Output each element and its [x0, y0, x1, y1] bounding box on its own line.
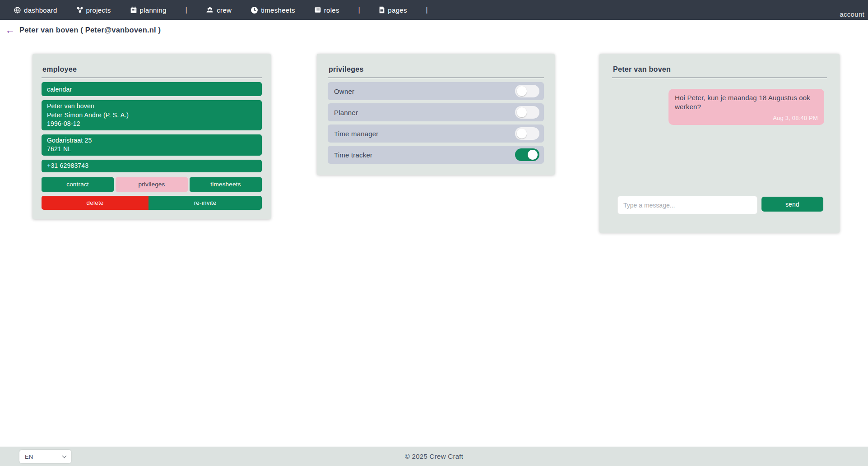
privilege-label: Time manager — [334, 130, 379, 138]
users-icon — [206, 6, 214, 14]
nav-projects[interactable]: projects — [76, 6, 111, 14]
list-icon — [314, 6, 321, 14]
nav-label: timesheets — [261, 6, 295, 14]
back-arrow-icon[interactable]: ← — [5, 25, 15, 35]
page-header: ← Peter van boven ( Peter@vanboven.nl ) — [5, 25, 161, 35]
reinvite-button[interactable]: re-invite — [149, 196, 262, 210]
employee-action-row: delete re-invite — [42, 196, 262, 210]
privilege-label: Owner — [334, 88, 354, 95]
page-footer: EN © 2025 Crew Craft — [0, 447, 868, 466]
nav-label: planning — [140, 6, 167, 14]
nav-pages[interactable]: pages — [379, 6, 407, 14]
nav-label: roles — [324, 6, 339, 14]
privilege-label: Time tracker — [334, 151, 372, 159]
nav-separator: | — [426, 6, 428, 14]
message-input[interactable] — [617, 196, 757, 214]
delete-button[interactable]: delete — [42, 196, 149, 210]
person-name: Peter van boven — [47, 102, 256, 111]
language-select[interactable]: EN — [19, 450, 71, 463]
chat-card: Peter van boven Hoi Peter, kun je maanda… — [599, 54, 840, 233]
address-postal: 7621 NL — [47, 145, 256, 154]
nav-roles[interactable]: roles — [314, 6, 339, 14]
toggle-knob — [517, 107, 527, 117]
privileges-card: privileges Owner Planner Time manager Ti… — [317, 54, 555, 175]
nav-dashboard[interactable]: dashboard — [14, 6, 57, 14]
nav-crew[interactable]: crew — [206, 6, 232, 14]
phone-info-box: +31 62983743 — [42, 160, 262, 172]
chat-input-row: send — [617, 196, 823, 214]
privileges-card-title: privileges — [328, 65, 544, 78]
nav-planning[interactable]: planning — [130, 6, 167, 14]
employee-tab-row: contract privileges timesheets — [42, 177, 262, 192]
toggle-knob — [517, 129, 527, 138]
privilege-row-planner: Planner — [328, 103, 544, 121]
send-button[interactable]: send — [761, 197, 823, 212]
privilege-row-time-tracker: Time tracker — [328, 146, 544, 164]
toggle-knob — [517, 86, 527, 96]
nav-label: pages — [388, 6, 407, 14]
privilege-row-owner: Owner — [328, 82, 544, 100]
toggle-time-tracker[interactable] — [515, 148, 539, 161]
chat-message-bubble: Hoi Peter, kun je maandag 18 Augustus oo… — [668, 89, 824, 125]
employee-card-title: employee — [42, 65, 262, 78]
chat-message-timestamp: Aug 3, 08:48 PM — [675, 114, 818, 122]
nav-separator: | — [186, 6, 187, 14]
nav-separator: | — [358, 6, 360, 14]
top-navbar: dashboard projects planning | crew times… — [0, 0, 868, 20]
chat-card-title: Peter van boven — [612, 65, 827, 78]
tab-contract[interactable]: contract — [42, 177, 114, 192]
person-info-box: Peter van boven Peter Simon Andre (P. S.… — [42, 100, 262, 130]
toggle-knob — [528, 150, 538, 160]
toggle-owner[interactable] — [515, 85, 539, 97]
nav-label: crew — [217, 6, 232, 14]
tab-privileges[interactable]: privileges — [116, 177, 188, 192]
phone-number: +31 62983743 — [47, 161, 256, 171]
privilege-row-time-manager: Time manager — [328, 125, 544, 143]
toggle-planner[interactable] — [515, 106, 539, 119]
clock-icon — [251, 6, 258, 14]
tab-timesheets[interactable]: timesheets — [190, 177, 262, 192]
nav-label: projects — [86, 6, 111, 14]
nav-list: dashboard projects planning | crew times… — [0, 0, 868, 20]
globe-icon — [14, 6, 21, 14]
calendar-button[interactable]: calendar — [42, 82, 262, 96]
document-icon — [379, 6, 385, 14]
copyright-text: © 2025 Crew Craft — [405, 452, 464, 460]
employee-card: employee calendar Peter van boven Peter … — [32, 54, 271, 219]
page-title: Peter van boven ( Peter@vanboven.nl ) — [19, 26, 161, 34]
calendar-icon — [130, 6, 137, 14]
address-info-box: Godaristraat 25 7621 NL — [42, 134, 262, 156]
language-select-wrap: EN — [19, 450, 71, 463]
person-full-name: Peter Simon Andre (P. S. A.) — [47, 111, 256, 120]
account-link[interactable]: account — [840, 10, 864, 18]
nav-label: dashboard — [24, 6, 57, 14]
privilege-label: Planner — [334, 109, 358, 116]
chat-message-text: Hoi Peter, kun je maandag 18 Augustus oo… — [675, 93, 818, 112]
person-birth-date: 1996-08-12 — [47, 120, 256, 129]
address-street: Godaristraat 25 — [47, 136, 256, 145]
project-diagram-icon — [76, 6, 84, 14]
nav-timesheets[interactable]: timesheets — [251, 6, 295, 14]
toggle-time-manager[interactable] — [515, 127, 539, 140]
